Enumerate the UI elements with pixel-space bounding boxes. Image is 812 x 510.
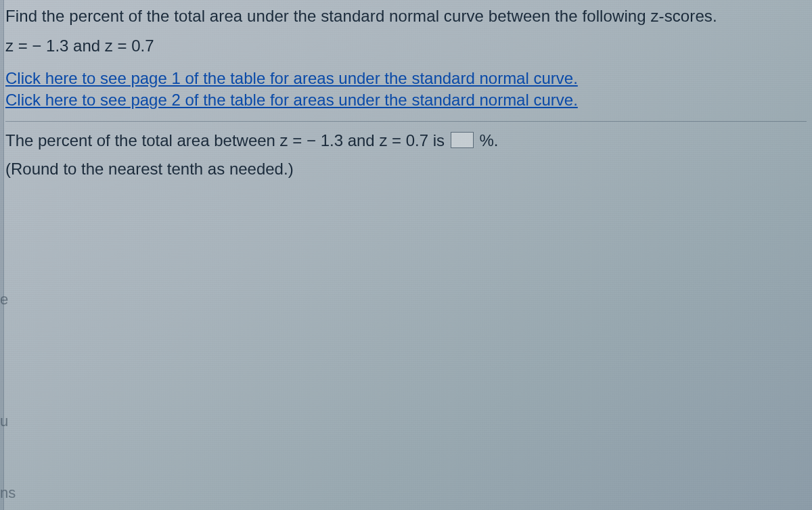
answer-suffix: %.: [479, 131, 498, 149]
rounding-instruction: (Round to the nearest tenth as needed.): [5, 157, 807, 181]
edge-fragment-u: u: [0, 414, 8, 429]
question-text-line1: Find the percent of the total area under…: [5, 4, 807, 28]
reference-links: Click here to see page 1 of the table fo…: [5, 68, 807, 112]
question-panel: Find the percent of the total area under…: [0, 0, 812, 181]
link-table-page-1[interactable]: Click here to see page 1 of the table fo…: [5, 69, 578, 87]
link-table-page-2[interactable]: Click here to see page 2 of the table fo…: [5, 91, 578, 109]
answer-prefix: The percent of the total area between z …: [5, 131, 449, 149]
question-text-line2: z = − 1.3 and z = 0.7: [5, 34, 807, 58]
answer-sentence: The percent of the total area between z …: [5, 129, 807, 153]
edge-fragment-e: e: [0, 292, 8, 307]
section-divider: [5, 121, 807, 122]
edge-fragment-ns: ns: [0, 486, 16, 501]
answer-input-blank[interactable]: [451, 132, 474, 148]
